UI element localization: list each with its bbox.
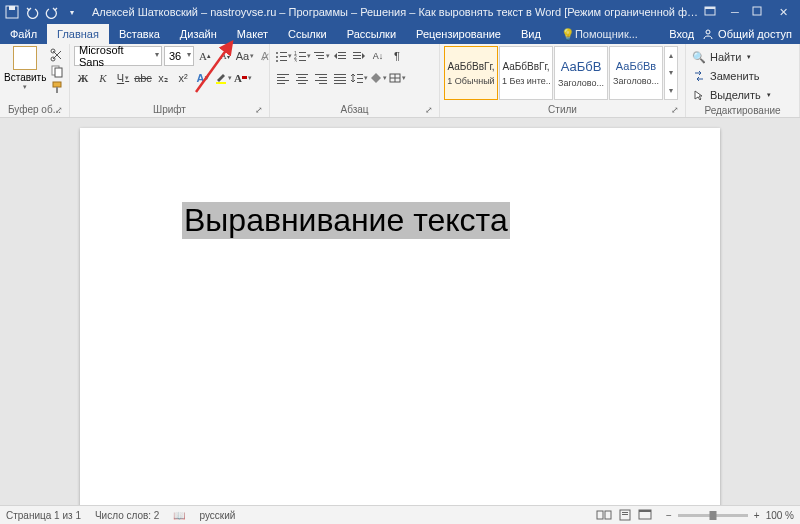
document-area[interactable]: Выравнивание текста [0,118,800,505]
increase-indent-button[interactable] [350,46,368,66]
view-buttons [596,509,652,521]
bold-button[interactable]: Ж [74,68,92,88]
tab-insert[interactable]: Вставка [109,24,170,44]
tab-file[interactable]: Файл [0,24,47,44]
zoom-out-button[interactable]: − [666,510,672,521]
svg-rect-1 [9,6,15,10]
paragraph-launcher-icon[interactable]: ⤢ [425,105,433,115]
window-controls: ─ ✕ [698,6,796,19]
tell-me[interactable]: 💡 Помощник... [551,24,648,44]
view-read-icon[interactable] [596,509,612,521]
highlight-button[interactable]: ▾ [214,68,232,88]
borders-button[interactable]: ▾ [388,68,406,88]
tab-design[interactable]: Дизайн [170,24,227,44]
decrease-indent-button[interactable] [331,46,349,66]
save-icon[interactable] [4,4,20,20]
ribbon: Вставить ▾ Буфер об...⤢ Microsoft Sans▾ … [0,44,800,118]
cut-icon[interactable] [50,48,66,62]
svg-rect-29 [338,55,346,56]
svg-point-15 [276,56,278,58]
ribbon-display-icon[interactable] [704,6,718,19]
style-normal[interactable]: АаБбВвГг, 1 Обычный [444,46,498,100]
shading-button[interactable]: ▾ [369,68,387,88]
text-effects-button[interactable]: A▾ [194,68,212,88]
subscript-button[interactable]: x₂ [154,68,172,88]
styles-launcher-icon[interactable]: ⤢ [671,105,679,115]
style-heading2[interactable]: АаБбВв Заголово... [609,46,663,100]
tab-layout[interactable]: Макет [227,24,278,44]
redo-icon[interactable] [44,4,60,20]
maximize-icon[interactable] [752,6,766,19]
zoom-level[interactable]: 100 % [766,510,794,521]
paste-button[interactable]: Вставить ▾ [4,46,46,91]
font-name-combo[interactable]: Microsoft Sans▾ [74,46,162,66]
svg-rect-39 [298,77,306,78]
sort-button[interactable]: A↓ [369,46,387,66]
style-no-spacing[interactable]: АаБбВвГг, 1 Без инте... [499,46,553,100]
bullets-button[interactable]: ▾ [274,46,292,66]
grow-font-button[interactable]: A▴ [196,46,214,66]
superscript-button[interactable]: x² [174,68,192,88]
close-icon[interactable]: ✕ [776,6,790,19]
svg-rect-36 [277,80,289,81]
share-button[interactable]: Общий доступ [702,28,792,40]
svg-rect-44 [315,80,327,81]
styles-gallery-more[interactable]: ▴▾▾ [664,46,678,100]
underline-button[interactable]: Ч▾ [114,68,132,88]
copy-icon[interactable] [50,64,66,78]
font-size-combo[interactable]: 36▾ [164,46,194,66]
tab-review[interactable]: Рецензирование [406,24,511,44]
sign-in-link[interactable]: Вход [669,28,694,40]
status-spellcheck-icon[interactable]: 📖 [173,510,185,521]
format-painter-icon[interactable] [50,80,66,94]
italic-button[interactable]: К [94,68,112,88]
tab-home[interactable]: Главная [47,24,109,44]
status-page[interactable]: Страница 1 из 1 [6,510,81,521]
status-language[interactable]: русский [199,510,235,521]
line-spacing-button[interactable]: ▾ [350,68,368,88]
svg-rect-61 [622,514,628,515]
svg-rect-52 [357,82,363,83]
select-button[interactable]: Выделить▾ [690,86,773,104]
change-case-button[interactable]: Aa▾ [236,46,254,66]
view-print-icon[interactable] [618,509,632,521]
undo-icon[interactable] [24,4,40,20]
justify-button[interactable] [331,68,349,88]
zoom-control: − + 100 % [666,510,794,521]
strikethrough-button[interactable]: abc [134,68,152,88]
selected-text[interactable]: Выравнивание текста [182,202,510,239]
style-heading1[interactable]: АаБбВ Заголово... [554,46,608,100]
svg-point-17 [276,60,278,62]
numbering-button[interactable]: 123▾ [293,46,311,66]
svg-rect-16 [280,56,287,57]
tab-references[interactable]: Ссылки [278,24,337,44]
document-page[interactable]: Выравнивание текста [80,128,720,505]
qat-customize-icon[interactable]: ▾ [64,4,80,20]
minimize-icon[interactable]: ─ [728,6,742,19]
zoom-in-button[interactable]: + [754,510,760,521]
zoom-slider[interactable] [678,514,748,517]
multilevel-list-button[interactable]: ▾ [312,46,330,66]
status-word-count[interactable]: Число слов: 2 [95,510,159,521]
ribbon-tabs: Файл Главная Вставка Дизайн Макет Ссылки… [0,24,800,44]
svg-rect-42 [315,74,327,75]
replace-button[interactable]: Заменить [690,67,773,85]
svg-rect-47 [334,77,346,78]
align-left-button[interactable] [274,68,292,88]
align-right-button[interactable] [312,68,330,88]
tab-view[interactable]: Вид [511,24,551,44]
svg-rect-11 [56,87,58,93]
tab-mailings[interactable]: Рассылки [337,24,406,44]
font-color-button[interactable]: A▾ [234,68,252,88]
svg-rect-32 [353,55,361,56]
shrink-font-button[interactable]: A▾ [216,46,234,66]
find-button[interactable]: 🔍 Найти▾ [690,48,773,66]
view-web-icon[interactable] [638,509,652,521]
show-marks-button[interactable]: ¶ [388,46,406,66]
svg-rect-40 [296,80,308,81]
svg-rect-10 [53,82,61,87]
font-launcher-icon[interactable]: ⤢ [255,105,263,115]
align-center-button[interactable] [293,68,311,88]
group-clipboard: Вставить ▾ Буфер об...⤢ [0,44,70,117]
clipboard-launcher-icon[interactable]: ⤢ [55,105,63,115]
